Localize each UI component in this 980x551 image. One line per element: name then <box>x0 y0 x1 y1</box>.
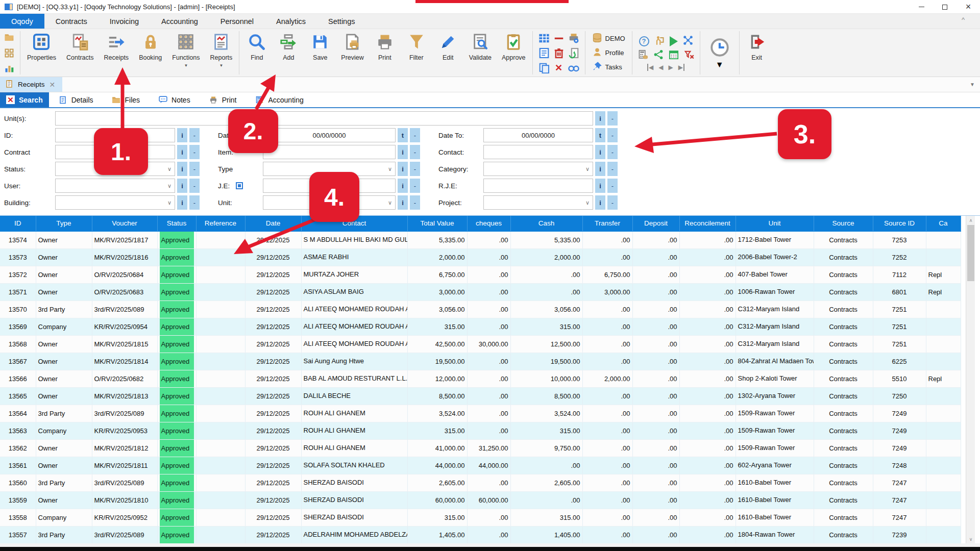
menu-accounting[interactable]: Accounting <box>150 14 209 29</box>
column-header-transfer[interactable]: Transfer <box>582 216 632 231</box>
add-button[interactable]: Add <box>273 29 304 77</box>
cancel-icon[interactable]: ✕ <box>552 61 566 74</box>
project-minus-button[interactable]: - <box>607 195 618 210</box>
table-row[interactable]: 13573OwnerMK/RV/2025/1816Approved29/12/2… <box>0 248 961 266</box>
minimize-button[interactable] <box>910 0 933 14</box>
column-header-cash[interactable]: Cash <box>510 216 582 231</box>
category-select[interactable]: ∨ <box>483 162 593 176</box>
receipts-button[interactable]: Receipts <box>99 29 134 77</box>
user-select[interactable]: ∨ <box>55 179 175 193</box>
refresh-document-icon[interactable] <box>567 46 580 60</box>
ribbon-collapse-icon[interactable]: ^ <box>962 16 965 23</box>
tab-receipts[interactable]: Receipts ✕ <box>0 77 62 92</box>
copy-document-icon[interactable] <box>537 61 551 74</box>
contact-info-button[interactable]: i <box>595 145 605 159</box>
edit-button[interactable]: Edit <box>432 29 464 77</box>
id-minus-button[interactable]: - <box>189 128 200 142</box>
menu-analytics[interactable]: Analytics <box>265 14 317 29</box>
table-row[interactable]: 13574OwnerMK/RV/2025/1817Approved29/12/2… <box>0 231 961 248</box>
user-minus-button[interactable]: - <box>189 179 200 193</box>
nodes-icon[interactable] <box>683 35 693 47</box>
column-header-source_id[interactable]: Source ID <box>873 216 926 231</box>
help-icon[interactable]: ? <box>639 36 649 46</box>
je-minus-button[interactable]: - <box>410 179 420 193</box>
item-info-button[interactable]: i <box>398 145 408 159</box>
profile-button[interactable]: Profile <box>592 47 625 59</box>
previous-record-icon[interactable]: ◀ <box>658 64 663 71</box>
properties-button[interactable]: Properties <box>22 29 61 77</box>
menu-invoicing[interactable]: Invoicing <box>99 14 150 29</box>
unit-info-button[interactable]: i <box>398 195 408 210</box>
preview-button[interactable]: Preview <box>336 29 369 77</box>
table-row[interactable]: 13568OwnerMK/RV/2025/1815Approved29/12/2… <box>0 335 961 353</box>
table-row[interactable]: 135703rd Party3rd/RV/2025/089Approved29/… <box>0 300 961 318</box>
type-info-button[interactable]: i <box>398 162 408 176</box>
tab-search[interactable]: ✕ Search <box>0 92 49 107</box>
category-info-button[interactable]: i <box>595 162 605 176</box>
run-icon[interactable] <box>670 36 678 46</box>
units-minus-button[interactable]: - <box>607 111 618 126</box>
date-from-input[interactable]: 00/00/0000 <box>263 128 396 142</box>
table-row[interactable]: 13562OwnerMK/RV/2025/1812Approved29/12/2… <box>0 439 961 457</box>
column-header-voucher[interactable]: Voucher <box>92 216 157 231</box>
table-row[interactable]: 135573rd Party3rd/RV/2025/089Approved29/… <box>0 526 961 543</box>
id-info-button[interactable]: i <box>177 128 187 142</box>
tab-notes[interactable]: Notes <box>149 92 200 107</box>
reports-button[interactable]: Reports ▼ <box>205 29 238 77</box>
table-row[interactable]: 13571OwnerO/RV/2025/0683Approved29/12/20… <box>0 283 961 300</box>
horizontal-scrollbar[interactable] <box>0 543 980 547</box>
vertical-scrollbar[interactable]: ∧ ∨ <box>966 216 975 543</box>
table-row[interactable]: 13566OwnerO/RV/2025/0682Approved29/12/20… <box>0 370 961 387</box>
contract-minus-button[interactable]: - <box>189 145 200 159</box>
table-row[interactable]: 13561OwnerMK/RV/2025/1811Approved29/12/2… <box>0 457 961 474</box>
table-row[interactable]: 135643rd Party3rd/RV/2025/089Approved29/… <box>0 405 961 422</box>
table-row[interactable]: 13558CompanyKR/RV/2025/0952Approved29/12… <box>0 509 961 526</box>
delete-trash-icon[interactable] <box>552 46 566 60</box>
close-button[interactable]: × <box>957 0 980 14</box>
find-button[interactable]: Find <box>241 29 273 77</box>
last-record-icon[interactable]: ▶ <box>678 64 684 71</box>
rje-input[interactable] <box>483 179 593 193</box>
je-info-button[interactable]: i <box>398 179 408 193</box>
scroll-up-icon[interactable]: ∧ <box>966 216 975 224</box>
menu-oqody[interactable]: Oqody <box>0 14 44 29</box>
table-row[interactable]: 13569CompanyKR/RV/2025/0954Approved29/12… <box>0 318 961 335</box>
menu-settings[interactable]: Settings <box>317 14 366 29</box>
share-icon[interactable] <box>653 49 664 62</box>
type-minus-button[interactable]: - <box>410 162 420 176</box>
column-header-id[interactable]: ID <box>0 216 36 231</box>
column-header-reconcilement[interactable]: Reconcilement <box>679 216 736 231</box>
unit-minus-button[interactable]: - <box>410 195 420 210</box>
user-info-button[interactable]: i <box>177 179 187 193</box>
building-info-button[interactable]: i <box>177 195 187 210</box>
rje-minus-button[interactable]: - <box>607 179 618 193</box>
units-info-button[interactable]: i <box>595 111 605 126</box>
document-list-icon[interactable] <box>537 46 551 60</box>
item-input[interactable] <box>263 145 396 159</box>
table-view-icon[interactable] <box>537 32 551 45</box>
tasks-button[interactable]: Tasks <box>592 61 625 73</box>
column-header-date[interactable]: Date <box>245 216 301 231</box>
binoculars-icon[interactable] <box>567 61 580 74</box>
column-header-type[interactable]: Type <box>36 216 92 231</box>
rje-info-button[interactable]: i <box>595 179 605 193</box>
building-minus-button[interactable]: - <box>189 195 200 210</box>
calculator-coins-icon[interactable] <box>638 49 648 62</box>
validate-button[interactable]: Validate <box>464 29 497 77</box>
menu-personnel[interactable]: Personnel <box>209 14 265 29</box>
history-clock-button[interactable]: ▼ <box>702 29 738 77</box>
scrollbar-thumb[interactable] <box>967 225 974 281</box>
presenter-icon[interactable] <box>654 35 665 47</box>
contract-info-button[interactable]: i <box>177 145 187 159</box>
tab-print[interactable]: Print <box>200 92 246 107</box>
save-button[interactable]: Save <box>304 29 336 77</box>
close-tab-icon[interactable]: ✕ <box>50 81 56 89</box>
column-header-source[interactable]: Source <box>814 216 873 231</box>
tab-accounting[interactable]: Accounting <box>246 92 312 107</box>
layout-grid-icon[interactable] <box>4 48 14 58</box>
date-to-minus-button[interactable]: - <box>607 128 618 142</box>
table-row[interactable]: 13572OwnerO/RV/2025/0684Approved29/12/20… <box>0 266 961 283</box>
booking-button[interactable]: Booking <box>134 29 167 77</box>
column-header-cheques[interactable]: cheques <box>467 216 510 231</box>
tab-files[interactable]: Files <box>103 92 150 107</box>
